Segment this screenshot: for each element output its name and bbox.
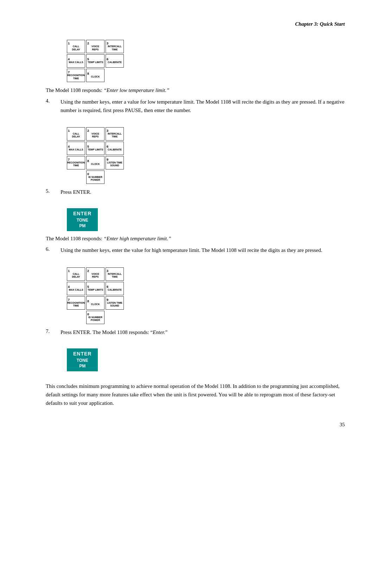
conclusion-text: This concludes minimum programming to ac… xyxy=(46,382,345,407)
list-item-5: 5. Press ENTER. xyxy=(46,188,345,198)
key-2-7: 7RECOGNITIONTIME xyxy=(67,156,85,169)
key-3-1: 1CALLDELAY xyxy=(67,267,85,281)
list-item-7: 7. Press ENTER. The Model 1108 responds:… xyxy=(46,328,345,339)
key-1-8: 8CLOCK xyxy=(86,69,104,82)
list-item-4: 4. Using the number keys, enter a value … xyxy=(46,98,345,117)
list-num-7: 7. xyxy=(46,328,56,339)
key-3-5: 5TEMP LIMITS xyxy=(86,282,104,295)
list-content-4: Using the number keys, enter a value for… xyxy=(61,98,345,117)
list-num-5: 5. xyxy=(46,188,56,198)
key-2-0: 0ID NUMBERPOWER xyxy=(86,171,104,184)
key-1-1: 1CALLDELAY xyxy=(67,40,85,53)
keypad-2: 1CALLDELAY 2VOICEREPS 3INTERCALLTIME 4MA… xyxy=(67,127,124,184)
key-2-3: 3INTERCALLTIME xyxy=(106,127,124,141)
list-item-6: 6. Using the number keys, enter the valu… xyxy=(46,246,345,256)
key-2-8: 8CLOCK xyxy=(86,156,104,169)
page-number: 35 xyxy=(340,422,345,428)
keypad-1: 1CALLDELAY 2VOICEREPS 3INTERCALLTIME 4MA… xyxy=(67,40,124,82)
list-num-4: 4. xyxy=(46,98,56,117)
response-text-2: The Model 1108 responds: “Enter high tem… xyxy=(46,235,345,243)
key-2-2: 2VOICEREPS xyxy=(86,127,104,141)
key-3-8: 8CLOCK xyxy=(86,296,104,310)
key-1-3: 3INTERCALLTIME xyxy=(106,40,124,53)
key-3-4: 4MAX CALLS xyxy=(67,282,85,295)
key-2-4: 4MAX CALLS xyxy=(67,142,85,155)
chapter-header: Chapter 3: Quick Start xyxy=(46,21,345,27)
key-1-5: 5TEMP LIMITS xyxy=(86,54,104,68)
key-1-7: 7RECOGNITIONTIME xyxy=(67,69,85,82)
key-3-empty2 xyxy=(106,311,124,324)
key-1-6: 6CALIBRATE xyxy=(106,54,124,68)
key-3-3: 3INTERCALLTIME xyxy=(106,267,124,281)
list-content-5: Press ENTER. xyxy=(61,188,345,198)
key-1-4: 4MAX CALLS xyxy=(67,54,85,68)
response-text-1: The Model 1108 responds: “Enter low temp… xyxy=(46,86,345,94)
list-content-7: Press ENTER. The Model 1108 responds: “E… xyxy=(61,328,345,339)
key-2-9: 9LISTEN TIMESOUND xyxy=(106,156,124,169)
list-content-6: Using the number keys, enter the value f… xyxy=(61,246,345,256)
key-2-1: 1CALLDELAY xyxy=(67,127,85,141)
key-3-9: 9LISTEN TIMESOUND xyxy=(106,296,124,310)
key-3-7: 7RECOGNITIONTIME xyxy=(67,296,85,310)
enter-button-1: ENTER TONE PM xyxy=(67,208,98,231)
key-2-5: 5TEMP LIMITS xyxy=(86,142,104,155)
list-num-6: 6. xyxy=(46,246,56,256)
key-3-empty1 xyxy=(67,311,85,324)
keypad-3: 1CALLDELAY 2VOICEREPS 3INTERCALLTIME 4MA… xyxy=(67,267,124,324)
page: Chapter 3: Quick Start 1CALLDELAY 2VOICE… xyxy=(0,0,380,442)
key-2-empty2 xyxy=(106,171,124,184)
enter-button-2: ENTER TONE PM xyxy=(67,348,98,371)
key-2-6: 6CALIBRATE xyxy=(106,142,124,155)
key-3-6: 6CALIBRATE xyxy=(106,282,124,295)
key-3-2: 2VOICEREPS xyxy=(86,267,104,281)
key-1-2: 2VOICEREPS xyxy=(86,40,104,53)
item7-text: Press ENTER. The Model 1108 responds: “E… xyxy=(61,328,345,336)
key-2-empty1 xyxy=(67,171,85,184)
key-3-0: 0ID NUMBERPOWER xyxy=(86,311,104,324)
